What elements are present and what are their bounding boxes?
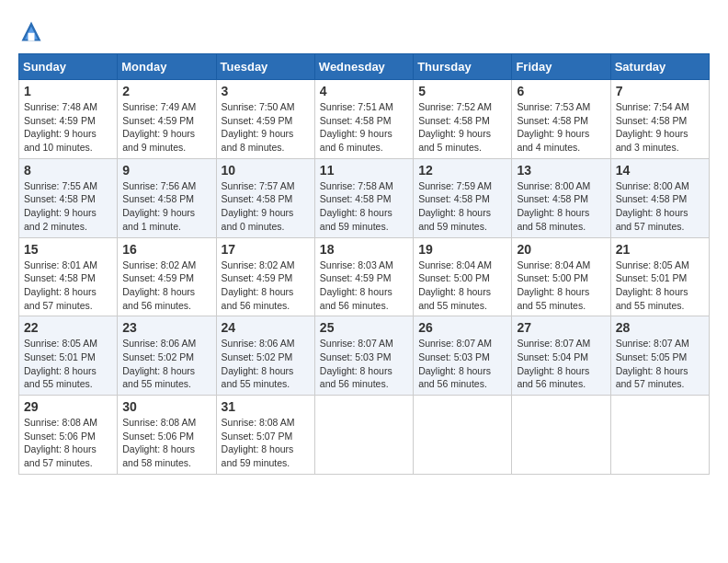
day-number: 18 xyxy=(320,242,408,257)
calendar-cell: 8Sunrise: 7:55 AMSunset: 4:58 PMDaylight… xyxy=(19,158,118,237)
calendar-week-5: 29Sunrise: 8:08 AMSunset: 5:06 PMDayligh… xyxy=(19,396,710,475)
cell-content: Sunrise: 8:02 AMSunset: 4:59 PMDaylight:… xyxy=(222,259,310,313)
day-number: 2 xyxy=(122,84,210,98)
cell-content: Sunrise: 8:05 AMSunset: 5:01 PMDaylight:… xyxy=(616,259,704,313)
cell-content: Sunrise: 7:52 AMSunset: 4:58 PMDaylight:… xyxy=(418,100,506,155)
column-header-wednesday: Wednesday xyxy=(314,54,413,80)
calendar-week-2: 8Sunrise: 7:55 AMSunset: 4:58 PMDaylight… xyxy=(19,158,710,237)
calendar-cell: 22Sunrise: 8:05 AMSunset: 5:01 PMDayligh… xyxy=(19,316,118,396)
cell-content: Sunrise: 7:55 AMSunset: 4:58 PMDaylight:… xyxy=(24,179,112,234)
cell-content: Sunrise: 7:51 AMSunset: 4:58 PMDaylight:… xyxy=(320,100,408,155)
calendar-cell: 14Sunrise: 8:00 AMSunset: 4:58 PMDayligh… xyxy=(610,158,709,237)
cell-content: Sunrise: 7:54 AMSunset: 4:58 PMDaylight:… xyxy=(616,100,704,155)
calendar-cell: 4Sunrise: 7:51 AMSunset: 4:58 PMDaylight… xyxy=(314,80,413,159)
cell-content: Sunrise: 7:49 AMSunset: 4:59 PMDaylight:… xyxy=(122,100,210,155)
calendar-cell: 2Sunrise: 7:49 AMSunset: 4:59 PMDaylight… xyxy=(118,80,216,159)
day-number: 30 xyxy=(122,399,210,414)
calendar-cell: 23Sunrise: 8:06 AMSunset: 5:02 PMDayligh… xyxy=(118,316,216,396)
cell-content: Sunrise: 8:06 AMSunset: 5:02 PMDaylight:… xyxy=(222,337,310,391)
day-number: 5 xyxy=(418,84,506,98)
calendar-cell: 20Sunrise: 8:04 AMSunset: 5:00 PMDayligh… xyxy=(512,237,610,316)
calendar-cell: 5Sunrise: 7:52 AMSunset: 4:58 PMDaylight… xyxy=(414,80,512,159)
cell-content: Sunrise: 7:53 AMSunset: 4:58 PMDaylight:… xyxy=(517,100,605,155)
calendar-week-1: 1Sunrise: 7:48 AMSunset: 4:59 PMDaylight… xyxy=(19,80,710,159)
calendar-cell: 3Sunrise: 7:50 AMSunset: 4:59 PMDaylight… xyxy=(216,80,314,159)
calendar-cell: 26Sunrise: 8:07 AMSunset: 5:03 PMDayligh… xyxy=(414,316,512,396)
cell-content: Sunrise: 8:03 AMSunset: 4:59 PMDaylight:… xyxy=(320,259,408,313)
calendar-cell: 10Sunrise: 7:57 AMSunset: 4:58 PMDayligh… xyxy=(216,158,314,237)
day-number: 19 xyxy=(418,242,506,257)
calendar-cell: 19Sunrise: 8:04 AMSunset: 5:00 PMDayligh… xyxy=(414,237,512,316)
cell-content: Sunrise: 7:56 AMSunset: 4:58 PMDaylight:… xyxy=(122,179,210,234)
cell-content: Sunrise: 8:07 AMSunset: 5:03 PMDaylight:… xyxy=(418,337,506,391)
day-number: 20 xyxy=(517,242,605,257)
day-number: 22 xyxy=(24,320,112,335)
calendar-cell: 27Sunrise: 8:07 AMSunset: 5:04 PMDayligh… xyxy=(512,316,610,396)
day-number: 4 xyxy=(320,84,408,98)
day-number: 15 xyxy=(24,242,112,257)
calendar-cell xyxy=(610,396,709,475)
day-number: 8 xyxy=(24,163,112,178)
calendar-week-3: 15Sunrise: 8:01 AMSunset: 4:58 PMDayligh… xyxy=(19,237,710,316)
column-header-saturday: Saturday xyxy=(610,54,709,80)
calendar-cell xyxy=(512,396,610,475)
calendar-cell: 7Sunrise: 7:54 AMSunset: 4:58 PMDaylight… xyxy=(610,80,709,159)
day-number: 7 xyxy=(616,84,704,98)
column-header-thursday: Thursday xyxy=(414,54,512,80)
calendar-header-row: SundayMondayTuesdayWednesdayThursdayFrid… xyxy=(19,54,710,80)
calendar-cell: 25Sunrise: 8:07 AMSunset: 5:03 PMDayligh… xyxy=(314,316,413,396)
day-number: 31 xyxy=(222,399,310,414)
day-number: 11 xyxy=(320,163,408,178)
day-number: 29 xyxy=(24,399,112,414)
calendar-cell: 18Sunrise: 8:03 AMSunset: 4:59 PMDayligh… xyxy=(314,237,413,316)
cell-content: Sunrise: 8:01 AMSunset: 4:58 PMDaylight:… xyxy=(24,259,112,313)
calendar-cell: 28Sunrise: 8:07 AMSunset: 5:05 PMDayligh… xyxy=(610,316,709,396)
calendar-cell: 30Sunrise: 8:08 AMSunset: 5:06 PMDayligh… xyxy=(118,396,216,475)
svg-rect-2 xyxy=(28,33,35,41)
day-number: 23 xyxy=(122,320,210,335)
cell-content: Sunrise: 8:00 AMSunset: 4:58 PMDaylight:… xyxy=(517,179,605,234)
day-number: 21 xyxy=(616,242,704,257)
column-header-sunday: Sunday xyxy=(19,54,118,80)
cell-content: Sunrise: 8:00 AMSunset: 4:58 PMDaylight:… xyxy=(616,179,704,234)
column-header-friday: Friday xyxy=(512,54,610,80)
calendar-cell: 31Sunrise: 8:08 AMSunset: 5:07 PMDayligh… xyxy=(216,396,314,475)
day-number: 12 xyxy=(418,163,506,178)
cell-content: Sunrise: 8:04 AMSunset: 5:00 PMDaylight:… xyxy=(418,259,506,313)
column-header-tuesday: Tuesday xyxy=(216,54,314,80)
calendar-cell: 13Sunrise: 8:00 AMSunset: 4:58 PMDayligh… xyxy=(512,158,610,237)
day-number: 27 xyxy=(517,320,605,335)
calendar-cell: 15Sunrise: 8:01 AMSunset: 4:58 PMDayligh… xyxy=(19,237,118,316)
day-number: 25 xyxy=(320,320,408,335)
day-number: 3 xyxy=(222,84,310,98)
day-number: 1 xyxy=(24,84,112,98)
calendar-week-4: 22Sunrise: 8:05 AMSunset: 5:01 PMDayligh… xyxy=(19,316,710,396)
cell-content: Sunrise: 7:59 AMSunset: 4:58 PMDaylight:… xyxy=(418,179,506,234)
calendar-cell: 12Sunrise: 7:59 AMSunset: 4:58 PMDayligh… xyxy=(414,158,512,237)
calendar-cell: 17Sunrise: 8:02 AMSunset: 4:59 PMDayligh… xyxy=(216,237,314,316)
cell-content: Sunrise: 8:05 AMSunset: 5:01 PMDaylight:… xyxy=(24,337,112,391)
cell-content: Sunrise: 7:50 AMSunset: 4:59 PMDaylight:… xyxy=(222,100,310,155)
cell-content: Sunrise: 8:02 AMSunset: 4:59 PMDaylight:… xyxy=(122,259,210,313)
cell-content: Sunrise: 7:57 AMSunset: 4:58 PMDaylight:… xyxy=(222,179,310,234)
day-number: 10 xyxy=(222,163,310,178)
cell-content: Sunrise: 8:04 AMSunset: 5:00 PMDaylight:… xyxy=(517,259,605,313)
day-number: 24 xyxy=(222,320,310,335)
cell-content: Sunrise: 7:58 AMSunset: 4:58 PMDaylight:… xyxy=(320,179,408,234)
day-number: 17 xyxy=(222,242,310,257)
logo xyxy=(18,18,48,44)
day-number: 28 xyxy=(616,320,704,335)
cell-content: Sunrise: 8:08 AMSunset: 5:07 PMDaylight:… xyxy=(222,416,310,470)
cell-content: Sunrise: 8:06 AMSunset: 5:02 PMDaylight:… xyxy=(122,337,210,391)
page-header xyxy=(18,18,710,44)
day-number: 13 xyxy=(517,163,605,178)
column-header-monday: Monday xyxy=(118,54,216,80)
calendar-cell: 21Sunrise: 8:05 AMSunset: 5:01 PMDayligh… xyxy=(610,237,709,316)
cell-content: Sunrise: 8:07 AMSunset: 5:05 PMDaylight:… xyxy=(616,337,704,391)
calendar-cell: 11Sunrise: 7:58 AMSunset: 4:58 PMDayligh… xyxy=(314,158,413,237)
calendar-cell: 16Sunrise: 8:02 AMSunset: 4:59 PMDayligh… xyxy=(118,237,216,316)
cell-content: Sunrise: 7:48 AMSunset: 4:59 PMDaylight:… xyxy=(24,100,112,155)
calendar-table: SundayMondayTuesdayWednesdayThursdayFrid… xyxy=(18,53,710,475)
calendar-cell: 1Sunrise: 7:48 AMSunset: 4:59 PMDaylight… xyxy=(19,80,118,159)
calendar-cell: 9Sunrise: 7:56 AMSunset: 4:58 PMDaylight… xyxy=(118,158,216,237)
